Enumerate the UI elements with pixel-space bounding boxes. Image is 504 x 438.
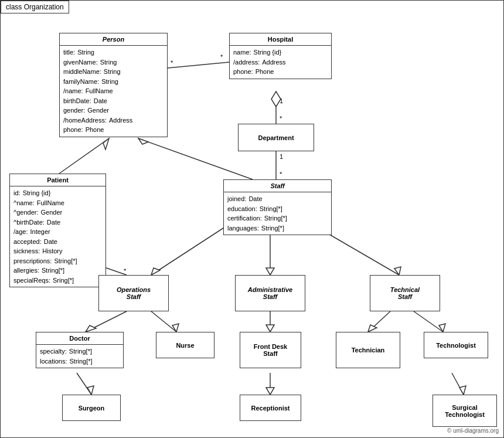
svg-line-23 [86, 311, 127, 332]
staff-attrs: joined:Date education:String[*] certific… [224, 192, 331, 235]
svg-line-10 [59, 138, 109, 174]
svg-line-33 [77, 373, 91, 395]
person-attrs: title:String givenName:String middleName… [60, 46, 167, 137]
staff-title: Staff [224, 180, 331, 192]
patient-attrs: id:String {id} ^name:FullName ^gender:Ge… [10, 186, 105, 287]
technician-box: Technician [336, 332, 400, 368]
hospital-title: Hospital [230, 33, 331, 46]
surgical-technologist-title: SurgicalTechnologist [445, 404, 485, 418]
doctor-box: Doctor specialty:String[*] locations:Str… [36, 332, 124, 368]
svg-marker-34 [87, 386, 94, 395]
receptionist-title: Receptionist [251, 405, 290, 412]
svg-marker-11 [103, 138, 109, 150]
person-box: Person title:String givenName:String mid… [59, 33, 168, 137]
svg-line-29 [368, 311, 390, 332]
svg-marker-30 [368, 325, 377, 332]
receptionist-box: Receptionist [240, 395, 301, 421]
svg-line-31 [414, 311, 443, 332]
administrative-staff-title: AdministrativeStaff [248, 286, 292, 300]
technologist-title: Technologist [436, 342, 476, 349]
copyright: © uml-diagrams.org [447, 427, 499, 434]
svg-line-17 [151, 220, 235, 275]
svg-text:1: 1 [280, 153, 283, 160]
surgical-technologist-box: SurgicalTechnologist [433, 395, 497, 427]
hospital-attrs: name:String {id} /address:Address phone:… [230, 46, 331, 79]
svg-text:*: * [124, 267, 127, 274]
svg-line-37 [452, 373, 464, 395]
operations-staff-title: OperationsStaff [117, 286, 151, 300]
diagram-title: class Organization [1, 1, 69, 13]
technical-staff-title: TechnicalStaff [390, 286, 420, 300]
svg-line-12 [138, 138, 253, 179]
svg-text:*: * [220, 53, 223, 60]
nurse-title: Nurse [176, 342, 194, 349]
svg-marker-13 [138, 138, 148, 144]
svg-marker-24 [86, 325, 96, 332]
technician-title: Technician [352, 347, 385, 354]
technologist-box: Technologist [424, 332, 488, 358]
department-title: Department [258, 134, 294, 141]
front-desk-staff-box: Front DeskStaff [240, 332, 301, 368]
operations-staff-box: OperationsStaff [98, 275, 169, 311]
svg-line-25 [151, 311, 176, 332]
front-desk-staff-title: Front DeskStaff [254, 343, 287, 357]
hospital-box: Hospital name:String {id} /address:Addre… [229, 33, 332, 79]
svg-marker-36 [266, 388, 274, 395]
svg-marker-38 [459, 386, 466, 395]
surgeon-box: Surgeon [62, 395, 121, 421]
svg-marker-28 [266, 325, 274, 332]
svg-line-0 [168, 62, 229, 68]
patient-title: Patient [10, 174, 105, 186]
svg-text:*: * [171, 59, 173, 66]
patient-box: Patient id:String {id} ^name:FullName ^g… [9, 174, 106, 287]
svg-marker-18 [151, 268, 160, 275]
department-box: Department [238, 124, 314, 151]
surgeon-title: Surgeon [79, 405, 105, 412]
svg-marker-4 [271, 91, 281, 107]
svg-marker-32 [439, 324, 445, 332]
person-title: Person [60, 33, 167, 46]
svg-marker-26 [172, 324, 179, 332]
diagram-container: class Organization * * 1 * 1 * * * [0, 0, 504, 438]
svg-text:1: 1 [280, 97, 283, 104]
doctor-attrs: specialty:String[*] locations:String[*] [36, 345, 123, 368]
doctor-title: Doctor [36, 332, 123, 345]
svg-text:*: * [280, 171, 282, 178]
svg-marker-20 [266, 268, 274, 275]
nurse-box: Nurse [156, 332, 214, 358]
technical-staff-box: TechnicalStaff [370, 275, 440, 311]
svg-text:*: * [280, 115, 282, 122]
staff-box: Staff joined:Date education:String[*] ce… [223, 179, 332, 235]
administrative-staff-box: AdministrativeStaff [235, 275, 305, 311]
svg-marker-22 [394, 267, 401, 275]
